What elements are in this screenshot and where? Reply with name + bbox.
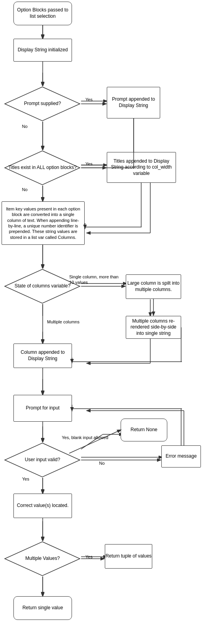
titles-diamond: Titles exist in ALL option blocks? [4,150,81,186]
no3-label: No [97,460,107,466]
no1-label: No [20,123,30,130]
no2-label: No [20,186,30,193]
yes1-label: Yes [83,96,95,103]
return-none-block: Return None [121,419,167,441]
prompt-supplied-diamond: Prompt supplied? [4,86,81,122]
flowchart: Option Blocks passed to list selection D… [0,0,210,644]
return-tuple-block: Return tuple of values [105,544,152,569]
multi-col-block: Multiple columns re-rendered side-by-sid… [126,316,181,339]
return-single-block: Return single value [13,596,72,620]
titles-appended-block: Titles appended to Display String accord… [107,152,176,183]
user-valid-diamond: User input valid? [4,442,81,478]
col-appended-block: Column appended to Display String [13,344,72,368]
multiple-col-label: Multiple columns [40,316,87,328]
yes-multiple-label: Yes [83,553,95,561]
error-msg-block: Error message [161,445,201,468]
display-init-block: Display String initialized [13,39,72,62]
start-block: Option Blocks passed to list selection [13,2,72,25]
large-col-block: Large column is spilt into multiple colu… [126,274,181,299]
info-block: Item key values present in each option b… [2,201,85,245]
prompt-input-block: Prompt for input [13,395,72,422]
multiple-vals-diamond: Multiple Values? [4,541,81,576]
single-col-label: Single column, more than 10 values [69,272,125,287]
yes-blank-label: Yes, blank input allowed [61,430,109,445]
correct-val-block: Correct value(s) located. [13,494,72,518]
prompt-appended-block: Prompt appended to Display String [107,87,160,118]
yes2-label: Yes [83,160,95,168]
yes-valid-label: Yes [20,476,32,482]
